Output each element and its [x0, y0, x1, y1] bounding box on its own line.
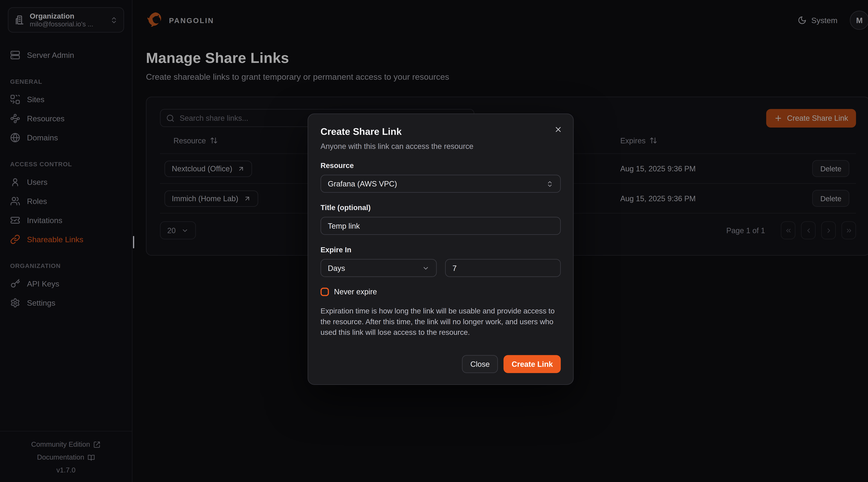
sidebar-resize-handle[interactable] [133, 236, 134, 248]
never-expire-label: Never expire [334, 288, 377, 296]
modal-subtitle: Anyone with this link can access the res… [320, 142, 561, 151]
close-button[interactable]: Close [462, 355, 498, 373]
chevrons-up-down-icon [546, 180, 553, 187]
create-link-button[interactable]: Create Link [504, 355, 561, 373]
resource-select[interactable]: Grafana (AWS VPC) [320, 175, 561, 193]
close-icon[interactable] [552, 123, 564, 135]
app-screen: Organization milo@fossorial.io's ... Ser… [0, 0, 868, 482]
title-input[interactable] [328, 222, 553, 230]
modal-title: Create Share Link [320, 126, 561, 138]
never-expire-row: Never expire [320, 288, 561, 296]
chevron-down-icon [422, 264, 430, 272]
resource-field-label: Resource [320, 161, 561, 170]
title-field-label: Title (optional) [320, 203, 561, 212]
create-share-link-modal: Create Share Link Anyone with this link … [308, 113, 574, 385]
expire-unit-select[interactable]: Days [320, 259, 437, 277]
expire-value-input[interactable] [453, 264, 553, 272]
expire-field-label: Expire In [320, 246, 561, 254]
expiration-description: Expiration time is how long the link wil… [320, 306, 561, 338]
never-expire-checkbox[interactable] [320, 288, 329, 296]
